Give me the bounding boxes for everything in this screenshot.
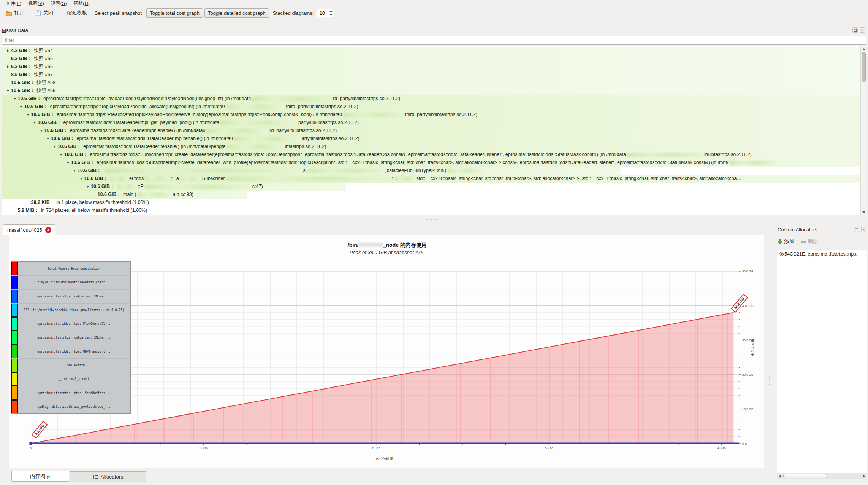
scroll-right-button[interactable] xyxy=(861,473,867,479)
redacted-text xyxy=(226,177,390,181)
menu-bar: 文件(F)视图(V)设置(S)帮助(H) xyxy=(0,0,868,7)
redacted-text xyxy=(227,145,284,149)
dock-close-icon[interactable]: × xyxy=(860,27,865,33)
legend-color-swatch xyxy=(11,331,18,344)
tree-row[interactable]: 10.6 GiB：快照 #59 xyxy=(2,87,860,95)
tree-row[interactable]: 8.5 GiB：快照 #57 xyxy=(2,71,860,79)
list-item[interactable]: 0x54CC21E: eprosima::fastrtps::rtps:: xyxy=(777,250,867,258)
vertical-splitter-handle[interactable] xyxy=(769,376,770,385)
tree-row[interactable]: 10.6 GiB：eprosima::fastdds::dds::Subscri… xyxy=(2,159,860,167)
dock-close-icon[interactable]: × xyxy=(861,227,866,232)
add-allocator-label: 添加 xyxy=(784,238,794,245)
tree-row[interactable]: 10.6 GiB：eprosima::fastrtps::rtps::Topic… xyxy=(2,95,860,103)
chart-title: ./bin/_node 的内存使用 xyxy=(9,242,764,249)
expand-arrow-icon[interactable] xyxy=(5,49,11,52)
toolbar-separator xyxy=(60,9,60,17)
tree-row[interactable]: 10.6 GiB：eprosima::fastrtps::rtps::Topic… xyxy=(2,103,860,111)
tree-row[interactable]: 10.6 GiB：main (ain.cc:93) xyxy=(2,191,860,199)
stepper-up-button[interactable] xyxy=(328,9,334,13)
scroll-down-button[interactable] xyxy=(861,210,866,215)
remove-allocator-button[interactable]: 删除 xyxy=(801,238,818,245)
custom-allocators-panel: Custom Allocators × 添加 删除 0x54CC21E: epr… xyxy=(775,224,868,485)
tree-row[interactable]: 6.3 GiB：快照 #56 xyxy=(2,63,860,71)
tab-allocators[interactable]: Allocators xyxy=(70,471,146,482)
scroll-left-button[interactable] xyxy=(777,473,783,479)
tab-memory-chart[interactable]: 内存图表 xyxy=(11,471,69,482)
document-tab[interactable]: massif.out.4025 × xyxy=(3,224,55,235)
tree-row[interactable]: 10.6 GiB：eprosima::fastdds::dds::DataRea… xyxy=(2,119,860,127)
stepper-down-button[interactable] xyxy=(328,13,334,17)
tree-row[interactable]: 10.6 GiB：eprosima::fastdds::statistics::… xyxy=(2,135,860,143)
row-function-label: main ( xyxy=(123,191,136,199)
collapse-arrow-icon[interactable] xyxy=(18,106,24,108)
menu-item[interactable]: 视图(V) xyxy=(25,0,48,7)
collapse-arrow-icon[interactable] xyxy=(65,162,71,164)
collapse-arrow-icon[interactable] xyxy=(85,186,91,188)
tree-row[interactable]: 10.6 GiB：::Pc:47) xyxy=(2,183,860,191)
memory-usage-chart[interactable]: 3.2 MiB 38.0 GiB B 中的时间 堆内存大小 0 B10.0 GB… xyxy=(31,271,739,444)
row-function-label: eprosima::fastdds::dds::DataReader::enab… xyxy=(83,143,226,151)
close-document-icon xyxy=(36,10,41,16)
row-function-label: s, xyxy=(303,167,307,175)
scrollbar-thumb[interactable] xyxy=(862,52,866,82)
allocators-horizontal-scrollbar[interactable] xyxy=(777,473,867,479)
collapse-arrow-icon[interactable] xyxy=(38,130,44,132)
row-function-label: ::Fa xyxy=(171,175,179,183)
stacked-diagrams-stepper[interactable] xyxy=(317,9,334,17)
open-button-label: 打开... xyxy=(14,10,28,16)
tree-vertical-scrollbar[interactable] xyxy=(860,46,866,215)
collapse-arrow-icon[interactable] xyxy=(58,154,64,156)
tree-row[interactable]: 10.6 GiB：er::dds::FaSubscriber::std::__c… xyxy=(2,175,860,183)
shorten-templates-button[interactable]: 缩短模板 xyxy=(64,8,90,18)
legend-entry: eprosima::fastrtps::xmlparser::XMLPar... xyxy=(11,331,130,345)
tree-row[interactable]: 10.6 GiB：eprosima::fastdds::dds::DataRea… xyxy=(2,127,860,135)
stepper-arrows[interactable] xyxy=(328,9,334,17)
row-cost-label: 10.6 GiB： xyxy=(24,103,48,111)
collapse-arrow-icon[interactable] xyxy=(12,98,18,100)
open-button[interactable]: 打开... xyxy=(2,8,31,18)
toggle-detailed-cost-graph-button[interactable]: Toggle detailed cost graph xyxy=(204,8,269,18)
stacked-diagrams-value[interactable] xyxy=(317,9,328,17)
add-allocator-button[interactable]: 添加 xyxy=(778,238,794,245)
custom-allocators-list[interactable]: 0x54CC21E: eprosima::fastrtps::rtps:: xyxy=(777,250,867,479)
close-document-button[interactable]: 关闭 xyxy=(33,8,56,18)
tree-row[interactable]: 10.6 GiB：eprosima::fastdds::dds::DataRea… xyxy=(2,143,860,151)
row-cost-label: 10.6 GiB： xyxy=(44,127,68,135)
tree-row[interactable]: 4.2 GiB：快照 #54 xyxy=(2,47,860,55)
dock-float-icon[interactable] xyxy=(852,27,858,33)
menu-item[interactable]: 设置(S) xyxy=(48,0,70,7)
folder-open-icon xyxy=(5,10,12,16)
tree-row[interactable]: 6.3 GiB：快照 #55 xyxy=(2,55,860,63)
horizontal-splitter-handle[interactable] xyxy=(426,219,442,221)
tree-row[interactable]: 10.6 GiB：eprosima::fastrtps::rtps::Preal… xyxy=(2,111,860,119)
tree-row[interactable]: 10.6 GiB：快照 #58 xyxy=(2,79,860,87)
triangle-right-icon xyxy=(863,475,865,478)
legend-color-swatch xyxy=(11,304,18,317)
collapse-arrow-icon[interactable] xyxy=(52,146,58,148)
tree-row[interactable]: 10.6 GiB：eprosima::fastdds::dds::Subscri… xyxy=(2,151,860,159)
collapse-arrow-icon[interactable] xyxy=(71,170,78,172)
dock-float-icon[interactable] xyxy=(854,227,859,232)
menu-item[interactable]: 文件(F) xyxy=(2,0,25,7)
menu-item[interactable]: 帮助(H) xyxy=(70,0,93,7)
tree-row[interactable]: 38.2 KiB：in 1 place, below massif's thre… xyxy=(2,199,860,207)
filter-input[interactable] xyxy=(2,36,866,45)
collapse-arrow-icon[interactable] xyxy=(78,178,84,180)
plus-icon xyxy=(778,239,782,244)
row-cost-label: 5.8 MiB： xyxy=(18,207,39,215)
scroll-up-button[interactable] xyxy=(861,46,866,52)
toggle-total-cost-graph-button[interactable]: Toggle total cost graph xyxy=(146,8,203,18)
select-peak-snapshot-button[interactable]: Select peak snapshot xyxy=(92,8,145,18)
collapse-arrow-icon[interactable] xyxy=(32,122,38,124)
scrollbar-thumb[interactable] xyxy=(783,474,827,478)
collapse-arrow-icon[interactable] xyxy=(5,90,11,92)
row-function-label: 快照 #59 xyxy=(37,87,55,95)
tab-close-icon[interactable]: × xyxy=(45,227,51,233)
row-function-label: eprosima::fastdds::dds::SubscriberImpl::… xyxy=(90,151,626,159)
expand-arrow-icon[interactable] xyxy=(5,65,11,68)
tree-row[interactable]: 5.8 MiB：in 734 places, all below massif'… xyxy=(2,207,860,215)
collapse-arrow-icon[interactable] xyxy=(25,114,31,116)
collapse-arrow-icon[interactable] xyxy=(45,138,51,140)
tree-row[interactable]: 10.6 GiB：s,)bstaclesPubSubType>::Init() xyxy=(2,167,860,175)
y-tick-label: 10.0 GB xyxy=(742,407,753,411)
